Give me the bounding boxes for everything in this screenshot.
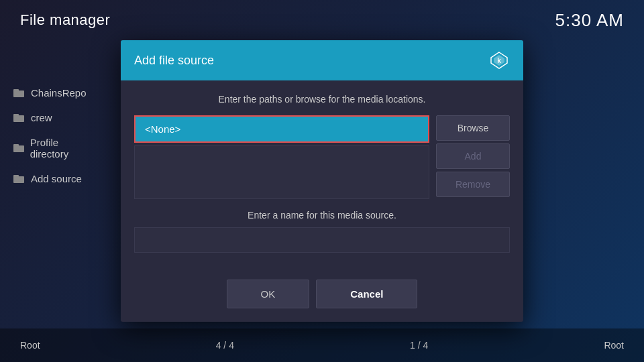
cancel-button[interactable]: Cancel <box>316 280 417 308</box>
dialog-footer: OK Cancel <box>121 280 523 322</box>
media-source-name-input[interactable] <box>134 227 510 253</box>
dialog-header: Add file source k <box>121 40 523 80</box>
source-path-row: <None> Browse Add Remove <box>134 115 510 199</box>
remove-button[interactable]: Remove <box>436 172 510 197</box>
modal-overlay: Add file source k Enter the paths or bro… <box>0 0 644 362</box>
dialog-description: Enter the paths or browse for the media … <box>134 94 510 105</box>
add-file-source-dialog: Add file source k Enter the paths or bro… <box>121 40 523 322</box>
name-description: Enter a name for this media source. <box>134 210 510 221</box>
path-list-area <box>134 145 429 199</box>
path-input[interactable]: <None> <box>134 115 429 143</box>
kodi-logo-icon: k <box>488 50 510 71</box>
add-button[interactable]: Add <box>436 143 510 169</box>
dialog-body: Enter the paths or browse for the media … <box>121 80 523 280</box>
ok-button[interactable]: OK <box>227 280 310 308</box>
svg-text:k: k <box>497 57 501 64</box>
action-buttons: Browse Add Remove <box>436 115 510 199</box>
browse-button[interactable]: Browse <box>436 115 510 141</box>
dialog-title: Add file source <box>134 54 214 68</box>
